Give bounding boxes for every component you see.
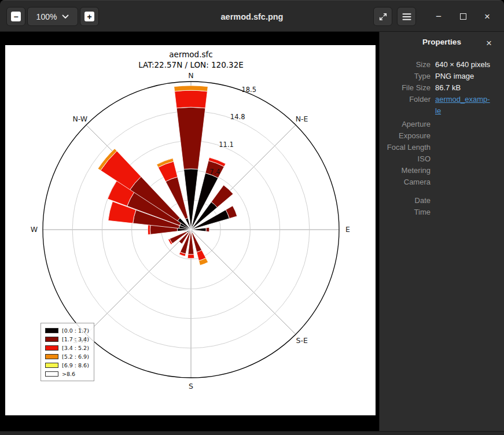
zoom-in-icon: + — [84, 12, 94, 21]
menu-button[interactable] — [397, 7, 416, 26]
zoom-controls: − 100% + — [6, 7, 99, 26]
hamburger-menu-icon — [402, 13, 411, 21]
chevron-down-icon — [62, 14, 69, 19]
legend-row: [6.9 : 8.6) — [45, 361, 90, 370]
property-label: Folder — [380, 94, 431, 105]
main-content: NN-EES-ESS-WWN-W7.411.114.818.5aermod.sf… — [0, 32, 504, 432]
compass-label: E — [345, 225, 350, 234]
legend-swatch — [45, 354, 58, 359]
property-label: File Size — [380, 82, 431, 94]
zoom-level-dropdown[interactable]: 100% — [27, 7, 78, 26]
chart-subtitle: LAT:22.57N / LON: 120.32E — [138, 60, 244, 69]
properties-close-button[interactable]: × — [482, 36, 496, 50]
displayed-image-windrose: NN-EES-ESS-WWN-W7.411.114.818.5aermod.sf… — [5, 45, 376, 415]
chart-legend: [0.0 : 1.7)[1.7 : 3.4)[3.4 : 5.2)[5.2 : … — [41, 323, 94, 381]
legend-label: [0.0 : 1.7) — [62, 327, 89, 334]
windrose-petal-segment — [206, 227, 209, 231]
property-row: Exposure — [380, 130, 504, 142]
property-label: Metering — [380, 165, 431, 176]
legend-row: [3.4 : 5.2) — [45, 344, 90, 352]
radial-tick-label: 18.5 — [241, 86, 256, 94]
windrose-petal-segment — [211, 185, 233, 208]
radial-tick-label: 14.8 — [230, 113, 245, 121]
property-label: Time — [380, 207, 431, 218]
property-row: ISO — [380, 153, 504, 165]
property-label: Focal Length — [380, 142, 431, 153]
legend-label: [5.2 : 6.9) — [62, 353, 89, 360]
image-viewer-canvas[interactable]: NN-EES-ESS-WWN-W7.411.114.818.5aermod.sf… — [0, 32, 379, 432]
chart-title: aermod.sfc — [169, 50, 212, 59]
property-label: Date — [380, 195, 431, 207]
legend-swatch — [45, 337, 58, 342]
property-row: Metering — [380, 165, 504, 176]
close-icon: × — [486, 38, 492, 49]
zoom-out-icon: − — [11, 12, 21, 21]
compass-label: S-E — [296, 336, 307, 345]
file-info-group: Size640 × 640 pixelsTypePNG imageFile Si… — [380, 59, 504, 117]
compass-label: N — [188, 71, 193, 80]
legend-swatch — [45, 328, 58, 333]
property-label: Type — [380, 71, 431, 82]
property-row: Folderaermod_examp-le — [380, 94, 504, 117]
legend-label: [6.9 : 8.6) — [62, 362, 89, 368]
compass-label: N-E — [296, 115, 308, 123]
radial-tick-label: 11.1 — [219, 141, 234, 149]
windrose-petal-segment — [148, 224, 150, 235]
zoom-in-button[interactable]: + — [80, 7, 99, 26]
folder-link[interactable]: aermod_examp-le — [435, 94, 500, 117]
app-window: − 100% + aermod.sfc.png — [0, 0, 504, 435]
windrose-petal-segment — [176, 107, 205, 169]
property-row: File Size86.7 kB — [380, 82, 504, 94]
compass-label: N-W — [73, 115, 88, 123]
property-value: PNG image — [435, 71, 500, 82]
fullscreen-button[interactable] — [373, 7, 392, 26]
legend-swatch — [45, 345, 58, 351]
property-label: Exposure — [380, 130, 431, 142]
legend-row: >8.6 — [45, 370, 90, 378]
property-row: Camera — [380, 176, 504, 188]
legend-swatch — [45, 363, 58, 368]
property-row: Focal Length — [380, 142, 504, 153]
radial-tick-label: 7.4 — [209, 168, 220, 176]
property-row: Aperture — [380, 119, 504, 130]
property-row: Size640 × 640 pixels — [380, 59, 504, 71]
legend-row: [5.2 : 6.9) — [45, 352, 90, 361]
compass-label: S — [189, 382, 193, 390]
property-row: TypePNG image — [380, 71, 504, 82]
windrose-petal-segment — [175, 90, 208, 108]
close-button[interactable]: × — [477, 7, 497, 26]
property-label: ISO — [380, 153, 431, 165]
grid-spoke — [191, 230, 296, 334]
property-label: Aperture — [380, 119, 431, 130]
fullscreen-icon — [378, 12, 388, 21]
window-bottom-border — [0, 431, 504, 435]
legend-row: [0.0 : 1.7) — [45, 326, 90, 335]
windrose-petal-segment — [187, 255, 194, 259]
grid-spoke — [86, 230, 191, 334]
minimize-button[interactable]: − — [429, 7, 448, 26]
compass-label: W — [31, 225, 38, 234]
legend-row: [1.7 : 3.4) — [45, 335, 90, 344]
window-controls: − × — [373, 7, 497, 26]
window-title: aermod.sfc.png — [221, 1, 284, 32]
maximize-button[interactable] — [453, 7, 473, 26]
property-row: Date — [380, 195, 504, 207]
legend-label: >8.6 — [62, 371, 75, 377]
property-value: 640 × 640 pixels — [435, 59, 500, 71]
titlebar: − 100% + aermod.sfc.png — [0, 0, 504, 32]
legend-swatch — [45, 371, 58, 377]
legend-label: [1.7 : 3.4) — [62, 336, 89, 342]
property-row: Time — [380, 207, 504, 218]
windrose-petal-segment — [174, 86, 208, 91]
camera-info-group: ApertureExposureFocal LengthISOMeteringC… — [380, 119, 504, 188]
maximize-icon — [460, 13, 466, 20]
close-icon: × — [484, 11, 490, 23]
properties-panel: Properties × Size640 × 640 pixelsTypePNG… — [379, 32, 504, 432]
zoom-level-value: 100% — [36, 12, 57, 21]
zoom-out-button[interactable]: − — [6, 7, 25, 26]
legend-label: [3.4 : 5.2) — [62, 345, 89, 351]
property-label: Size — [380, 59, 431, 71]
datetime-group: DateTime — [380, 195, 504, 218]
minimize-icon: − — [436, 11, 442, 23]
property-value: 86.7 kB — [435, 82, 500, 94]
